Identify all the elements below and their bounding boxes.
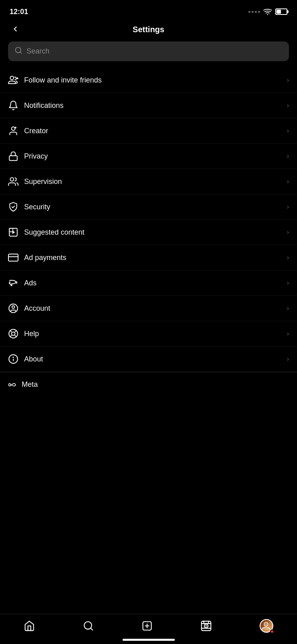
back-button[interactable] [8, 23, 23, 36]
plus-square-icon [141, 620, 153, 632]
settings-item-suggested-content[interactable]: Suggested content › [0, 220, 297, 245]
supervision-label: Supervision [24, 178, 287, 186]
megaphone-icon [8, 278, 24, 288]
lock-icon [8, 151, 24, 161]
lifebuoy-icon [8, 328, 24, 339]
home-icon [24, 620, 35, 632]
notification-dot [270, 630, 274, 634]
settings-item-account[interactable]: Account › [0, 296, 297, 321]
chevron-right-icon: › [287, 229, 289, 236]
settings-item-creator[interactable]: Creator › [0, 118, 297, 144]
svg-point-0 [267, 14, 268, 15]
suggested-content-icon [8, 227, 24, 237]
nav-item-home[interactable] [24, 620, 35, 632]
status-time: 12:01 [10, 8, 28, 16]
notifications-label: Notifications [24, 101, 287, 110]
meta-footer: Meta [0, 372, 297, 393]
creator-label: Creator [24, 127, 287, 135]
svg-line-2 [20, 52, 22, 54]
ads-label: Ads [24, 279, 287, 287]
nav-item-search[interactable] [83, 620, 94, 632]
meta-label: Meta [22, 380, 38, 389]
svg-line-20 [10, 336, 11, 337]
svg-point-31 [205, 625, 207, 627]
svg-point-5 [12, 127, 15, 130]
meta-logo-icon [8, 382, 18, 388]
account-label: Account [24, 304, 287, 313]
nav-item-reels[interactable] [201, 620, 212, 632]
bell-icon [8, 100, 24, 111]
info-circle-icon [8, 354, 24, 364]
chevron-right-icon: › [287, 203, 289, 211]
search-icon [14, 46, 23, 56]
search-nav-icon [83, 620, 94, 632]
settings-item-ad-payments[interactable]: Ad payments › [0, 245, 297, 270]
chevron-right-icon: › [287, 76, 289, 84]
svg-rect-11 [8, 254, 18, 261]
chevron-right-icon: › [287, 102, 289, 109]
chevron-right-icon: › [287, 355, 289, 363]
nav-item-profile[interactable] [260, 619, 273, 633]
credit-card-icon [8, 252, 24, 263]
search-bar[interactable] [8, 41, 289, 61]
settings-item-security[interactable]: Security › [0, 194, 297, 220]
svg-line-25 [90, 628, 92, 630]
shield-check-icon [8, 202, 24, 212]
page-title: Settings [133, 25, 164, 34]
svg-point-16 [12, 332, 15, 336]
svg-line-19 [15, 330, 16, 332]
about-label: About [24, 355, 287, 363]
creator-person-icon [8, 126, 24, 136]
status-icons [248, 8, 287, 15]
settings-item-notifications[interactable]: Notifications › [0, 93, 297, 118]
chevron-right-icon: › [287, 305, 289, 312]
settings-item-supervision[interactable]: Supervision › [0, 169, 297, 194]
signal-dots-icon [248, 11, 260, 13]
svg-point-7 [10, 178, 14, 181]
settings-item-about[interactable]: About › [0, 347, 297, 372]
chevron-right-icon: › [287, 153, 289, 160]
settings-item-privacy[interactable]: Privacy › [0, 144, 297, 169]
search-container [0, 41, 297, 68]
settings-item-ads[interactable]: Ads › [0, 270, 297, 296]
svg-rect-10 [9, 228, 13, 232]
home-indicator [123, 639, 175, 641]
battery-icon [275, 8, 287, 15]
settings-item-help[interactable]: Help › [0, 321, 297, 347]
security-label: Security [24, 203, 287, 211]
reels-icon [201, 620, 212, 632]
follow-invite-label: Follow and invite friends [24, 76, 287, 85]
svg-point-36 [264, 622, 268, 626]
chevron-right-icon: › [287, 254, 289, 261]
supervision-icon [8, 176, 24, 187]
svg-line-18 [15, 336, 16, 337]
search-input[interactable] [27, 47, 283, 56]
chevron-right-icon: › [287, 178, 289, 185]
suggested-content-label: Suggested content [24, 228, 287, 237]
nav-item-create[interactable] [141, 620, 153, 632]
header: Settings [0, 21, 297, 41]
svg-point-14 [12, 306, 15, 309]
svg-line-17 [10, 330, 11, 332]
person-circle-icon [8, 303, 24, 314]
add-person-icon [8, 75, 24, 85]
ad-payments-label: Ad payments [24, 254, 287, 262]
svg-rect-6 [9, 156, 17, 161]
status-bar: 12:01 [0, 0, 297, 21]
chevron-right-icon: › [287, 127, 289, 134]
chevron-right-icon: › [287, 279, 289, 287]
settings-item-follow-invite[interactable]: Follow and invite friends › [0, 68, 297, 93]
chevron-right-icon: › [287, 330, 289, 337]
settings-list: Follow and invite friends › Notification… [0, 68, 297, 372]
privacy-label: Privacy [24, 152, 287, 161]
help-label: Help [24, 330, 287, 338]
wifi-icon [263, 8, 272, 15]
